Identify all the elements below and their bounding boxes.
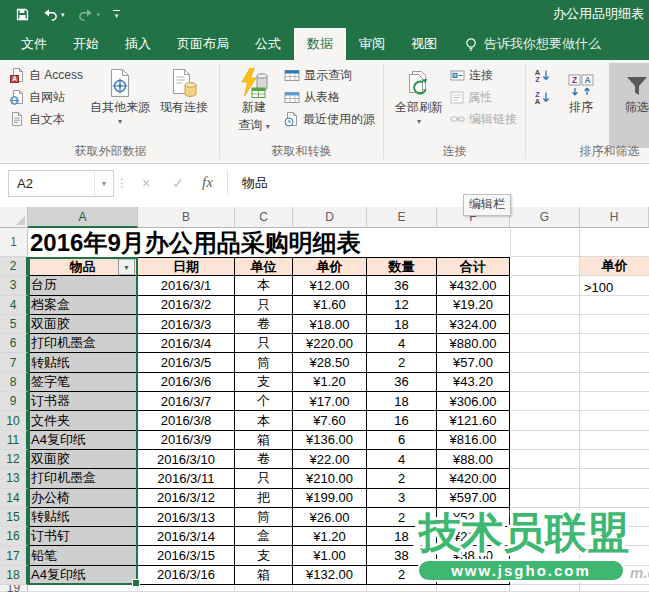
tell-me-box[interactable]: 告诉我你想要做什么 bbox=[464, 28, 601, 60]
cell-price[interactable]: ¥1.00 bbox=[293, 546, 367, 565]
cell-price[interactable]: ¥17.00 bbox=[293, 392, 367, 411]
existing-connections-button[interactable]: 现有连接 bbox=[155, 63, 213, 148]
tab-review[interactable]: 审阅 bbox=[346, 28, 398, 60]
refresh-all-button[interactable]: 全部刷新 ▾ bbox=[390, 63, 448, 148]
cell-empty-h[interactable] bbox=[580, 489, 649, 508]
cell-unit[interactable]: 只 bbox=[235, 469, 293, 488]
cell-g19[interactable] bbox=[510, 585, 580, 592]
cell-item[interactable]: 订书钉 bbox=[28, 527, 138, 546]
cell-empty-h[interactable] bbox=[580, 431, 649, 450]
cell-a19[interactable] bbox=[28, 585, 138, 592]
cell-qty[interactable]: 4 bbox=[367, 450, 437, 469]
cell-unit[interactable]: 盒 bbox=[235, 527, 293, 546]
select-all-corner[interactable] bbox=[0, 207, 28, 228]
cell-empty-h[interactable] bbox=[580, 508, 649, 527]
cell-date[interactable]: 2016/3/3 bbox=[138, 315, 235, 334]
cell-unit[interactable]: 把 bbox=[235, 489, 293, 508]
row-header[interactable]: 16 bbox=[0, 527, 28, 546]
filter-button[interactable]: 筛选 bbox=[609, 63, 649, 148]
cell-item[interactable]: 双面胶 bbox=[28, 450, 138, 469]
column-header-d[interactable]: D bbox=[293, 207, 367, 228]
cell-d19[interactable] bbox=[293, 585, 367, 592]
column-header-h[interactable]: H bbox=[580, 207, 649, 228]
cell-empty-h[interactable] bbox=[580, 527, 649, 546]
column-header-g[interactable]: G bbox=[510, 207, 580, 228]
cell-empty-g[interactable] bbox=[510, 373, 580, 392]
row-header[interactable]: 17 bbox=[0, 546, 28, 565]
cell-unit[interactable]: 支 bbox=[235, 373, 293, 392]
cell-empty-h[interactable] bbox=[580, 469, 649, 488]
cell-unit[interactable]: 本 bbox=[235, 276, 293, 295]
cell-item[interactable]: 台历 bbox=[28, 276, 138, 295]
cell-unit[interactable]: 只 bbox=[235, 334, 293, 353]
cell-unit[interactable]: 箱 bbox=[235, 431, 293, 450]
cell-unit[interactable]: 筒 bbox=[235, 508, 293, 527]
show-queries-button[interactable]: 显示查询 bbox=[282, 66, 377, 84]
cell-total[interactable]: ¥816.00 bbox=[437, 431, 510, 450]
cell-empty-h[interactable] bbox=[580, 392, 649, 411]
cell-date[interactable]: 2016/3/4 bbox=[138, 334, 235, 353]
cell-e19[interactable] bbox=[367, 585, 437, 592]
cell-item[interactable]: 打印机墨盒 bbox=[28, 469, 138, 488]
row-header[interactable]: 18 bbox=[0, 566, 28, 585]
undo-dropdown-icon[interactable]: ▾ bbox=[61, 11, 65, 18]
cell-empty-g[interactable] bbox=[510, 431, 580, 450]
cell-unit[interactable]: 本 bbox=[235, 411, 293, 430]
cell-item[interactable]: 铅笔 bbox=[28, 546, 138, 565]
cell-item[interactable]: A4复印纸 bbox=[28, 566, 138, 585]
row-header[interactable]: 5 bbox=[0, 315, 28, 334]
save-button[interactable] bbox=[16, 8, 29, 21]
cell-item[interactable]: A4复印纸 bbox=[28, 431, 138, 450]
connections-button[interactable]: 连接 bbox=[448, 66, 519, 84]
column-header-c[interactable]: C bbox=[235, 207, 293, 228]
cancel-entry-icon[interactable]: × bbox=[138, 175, 154, 191]
cell-empty-g[interactable] bbox=[510, 489, 580, 508]
cell-price[interactable]: ¥18.00 bbox=[293, 315, 367, 334]
cell-total[interactable]: ¥420.00 bbox=[437, 469, 510, 488]
cell-price[interactable]: ¥1.20 bbox=[293, 373, 367, 392]
confirm-entry-icon[interactable]: ✓ bbox=[170, 175, 186, 191]
tab-home[interactable]: 开始 bbox=[60, 28, 112, 60]
cell-total[interactable]: ¥19.20 bbox=[437, 296, 510, 315]
cell-date[interactable]: 2016/3/14 bbox=[138, 527, 235, 546]
undo-button[interactable]: ▾ bbox=[42, 8, 65, 21]
cell-qty[interactable]: 38 bbox=[367, 546, 437, 565]
cell-empty-g[interactable] bbox=[510, 392, 580, 411]
cell-unit[interactable]: 支 bbox=[235, 546, 293, 565]
customize-qat-button[interactable]: ▾ bbox=[113, 10, 120, 19]
cell-date[interactable]: 2016/3/5 bbox=[138, 353, 235, 372]
cell-f19[interactable] bbox=[437, 585, 510, 592]
cell-item[interactable]: 双面胶 bbox=[28, 315, 138, 334]
cell-empty-g[interactable] bbox=[510, 566, 580, 585]
cell-item[interactable]: 文件夹 bbox=[28, 411, 138, 430]
cell-total[interactable]: ¥432.00 bbox=[437, 276, 510, 295]
cell-unit[interactable]: 筒 bbox=[235, 353, 293, 372]
cell-qty[interactable]: 36 bbox=[367, 276, 437, 295]
redo-button[interactable]: ▾ bbox=[78, 8, 101, 21]
row-header[interactable]: 8 bbox=[0, 373, 28, 392]
cell-total[interactable]: ¥121.60 bbox=[437, 411, 510, 430]
cell-item[interactable]: 订书器 bbox=[28, 392, 138, 411]
insert-function-button[interactable]: fx bbox=[202, 174, 213, 191]
tab-insert[interactable]: 插入 bbox=[112, 28, 164, 60]
cell-date[interactable]: 2016/3/9 bbox=[138, 431, 235, 450]
cell-total[interactable]: ¥38.00 bbox=[437, 546, 510, 565]
cell-unit[interactable]: 箱 bbox=[235, 566, 293, 585]
cell-item[interactable]: 办公椅 bbox=[28, 489, 138, 508]
cell-qty[interactable]: 3 bbox=[367, 489, 437, 508]
cell-empty-g[interactable] bbox=[510, 296, 580, 315]
row-header[interactable]: 9 bbox=[0, 392, 28, 411]
row-header[interactable]: 7 bbox=[0, 353, 28, 372]
cell-empty-g[interactable] bbox=[510, 315, 580, 334]
cell-date[interactable]: 2016/3/7 bbox=[138, 392, 235, 411]
cell-g2[interactable] bbox=[510, 257, 580, 276]
cell-qty[interactable]: 18 bbox=[367, 392, 437, 411]
cell-qty[interactable]: 2 bbox=[367, 469, 437, 488]
cell-date[interactable]: 2016/3/2 bbox=[138, 296, 235, 315]
cell-empty-g[interactable] bbox=[510, 334, 580, 353]
sort-descending-button[interactable]: ZA bbox=[532, 88, 553, 106]
cell-price[interactable]: ¥220.00 bbox=[293, 334, 367, 353]
cell-total[interactable]: ¥57.00 bbox=[437, 353, 510, 372]
cell-total[interactable]: ¥43.20 bbox=[437, 373, 510, 392]
cell-price[interactable]: ¥7.60 bbox=[293, 411, 367, 430]
